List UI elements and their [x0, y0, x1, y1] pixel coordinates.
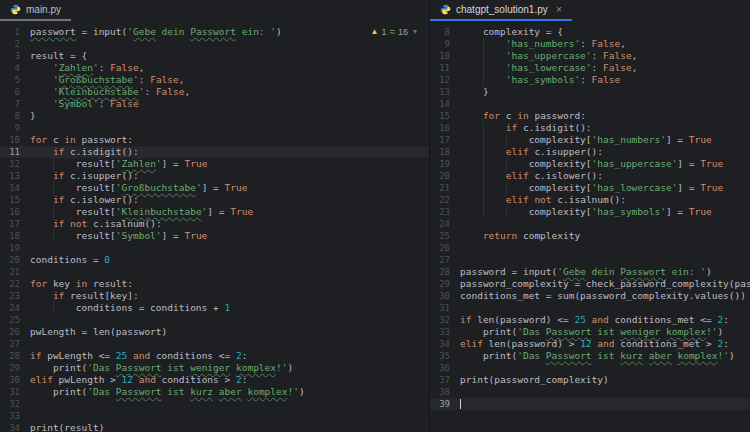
line-number[interactable]: 34 [0, 422, 20, 432]
line-number[interactable]: 31 [430, 302, 450, 314]
line-number[interactable]: 14 [430, 98, 450, 110]
code-line[interactable]: 28if pwLength <= 25 and conditions <= 2: [0, 350, 429, 362]
code-line[interactable]: 33 [0, 410, 429, 422]
line-number[interactable]: 28 [430, 266, 450, 278]
close-icon[interactable]: × [556, 4, 562, 15]
code-line[interactable]: 19 [0, 242, 429, 254]
code-line[interactable]: 11 if c.isdigit(): [0, 146, 429, 158]
line-number[interactable]: 15 [430, 110, 450, 122]
code-line[interactable]: 27 [430, 254, 750, 266]
line-number[interactable]: 31 [0, 386, 20, 398]
code-line[interactable]: 16 if c.isdigit(): [430, 122, 750, 134]
code-line[interactable]: 14 result['Großbuchstabe'] = True [0, 182, 429, 194]
line-number[interactable]: 33 [430, 326, 450, 338]
code-line[interactable]: 2 [0, 38, 429, 50]
line-number[interactable]: 30 [0, 374, 20, 386]
inspections-widget[interactable]: ▲ 1 ≈ 16 ▾ [366, 25, 422, 38]
code-line[interactable]: 8 complexity = { [430, 26, 750, 38]
code-line[interactable]: 21 complexity['has_lowercase'] = True [430, 182, 750, 194]
line-number[interactable]: 6 [0, 86, 20, 98]
line-number[interactable]: 7 [0, 98, 20, 110]
line-number[interactable]: 18 [430, 146, 450, 158]
line-number[interactable]: 16 [430, 122, 450, 134]
line-number[interactable]: 9 [0, 122, 20, 134]
code-line[interactable]: 36 [430, 362, 750, 374]
code-line[interactable]: 10 'has_uppercase': False, [430, 50, 750, 62]
line-number[interactable]: 21 [430, 182, 450, 194]
code-line[interactable]: 9 'has_numbers': False, [430, 38, 750, 50]
code-line[interactable]: 37print(password_complexity) [430, 374, 750, 386]
code-line[interactable]: 10for c in passwort: [0, 134, 429, 146]
line-number[interactable]: 23 [430, 206, 450, 218]
line-number[interactable]: 26 [430, 242, 450, 254]
code-line[interactable]: 21 [0, 266, 429, 278]
code-line[interactable]: 20 elif c.islower(): [430, 170, 750, 182]
line-number[interactable]: 19 [0, 242, 20, 254]
line-number[interactable]: 25 [430, 230, 450, 242]
code-line[interactable]: 25 return complexity [430, 230, 750, 242]
code-line[interactable]: 6 'Kleinbuchstabe': False, [0, 86, 429, 98]
code-line[interactable]: 31 print('Das Passwort ist kurz aber kom… [0, 386, 429, 398]
line-number[interactable]: 4 [0, 62, 20, 74]
code-line[interactable]: 32 [0, 398, 429, 410]
line-number[interactable]: 22 [430, 194, 450, 206]
code-line[interactable]: 33 print('Das Passwort ist weniger kompl… [430, 326, 750, 338]
code-line[interactable]: 18 result['Symbol'] = True [0, 230, 429, 242]
line-number[interactable]: 16 [0, 206, 20, 218]
line-number[interactable]: 13 [0, 170, 20, 182]
line-number[interactable]: 18 [0, 230, 20, 242]
line-number[interactable]: 26 [0, 326, 20, 338]
line-number[interactable]: 37 [430, 374, 450, 386]
line-number[interactable]: 20 [0, 254, 20, 266]
line-number[interactable]: 30 [430, 290, 450, 302]
line-number[interactable]: 32 [430, 314, 450, 326]
code-line[interactable]: 39 [430, 398, 750, 410]
code-line[interactable]: 11 'has_lowercase': False, [430, 62, 750, 74]
code-line[interactable]: 20conditions = 0 [0, 254, 429, 266]
line-number[interactable]: 2 [0, 38, 20, 50]
code-line[interactable]: 29password_complexity = check_password_c… [430, 278, 750, 290]
code-line[interactable]: 30elif pwLength > 12 and conditions > 2: [0, 374, 429, 386]
code-line[interactable]: 16 result['Kleinbuchstabe'] = True [0, 206, 429, 218]
line-number[interactable]: 33 [0, 410, 20, 422]
code-line[interactable]: 9 [0, 122, 429, 134]
code-line[interactable]: 23 if result[key]: [0, 290, 429, 302]
line-number[interactable]: 17 [0, 218, 20, 230]
line-number[interactable]: 11 [0, 146, 20, 158]
line-number[interactable]: 24 [430, 218, 450, 230]
code-line[interactable]: 1passwort = input('Gebe dein Passwort ei… [0, 26, 429, 38]
code-line[interactable]: 35 print('Das Passwort ist kurz aber kom… [430, 350, 750, 362]
code-line[interactable]: 27 [0, 338, 429, 350]
line-number[interactable]: 12 [430, 74, 450, 86]
tab-main-py[interactable]: main.py [0, 0, 71, 21]
code-line[interactable]: 29 print('Das Passwort ist weniger kompl… [0, 362, 429, 374]
code-line[interactable]: 24 conditions = conditions + 1 [0, 302, 429, 314]
line-number[interactable]: 25 [0, 314, 20, 326]
code-editor-chatgpt-solution1-py[interactable]: 8 complexity = {9 'has_numbers': False,1… [430, 22, 750, 432]
line-number[interactable]: 38 [430, 386, 450, 398]
code-line[interactable]: 19 complexity['has_uppercase'] = True [430, 158, 750, 170]
code-line[interactable]: 17 complexity['has_numbers'] = True [430, 134, 750, 146]
line-number[interactable]: 24 [0, 302, 20, 314]
code-line[interactable]: 23 complexity['has_symbols'] = True [430, 206, 750, 218]
line-number[interactable]: 10 [0, 134, 20, 146]
code-line[interactable]: 38 [430, 386, 750, 398]
code-line[interactable]: 12 result['Zahlen'] = True [0, 158, 429, 170]
line-number[interactable]: 11 [430, 62, 450, 74]
code-line[interactable]: 30conditions_met = sum(password_complexi… [430, 290, 750, 302]
code-line[interactable]: 28password = input('Gebe dein Passwort e… [430, 266, 750, 278]
code-line[interactable]: 13 if c.isupper(): [0, 170, 429, 182]
line-number[interactable]: 39 [430, 398, 450, 410]
line-number[interactable]: 13 [430, 86, 450, 98]
line-number[interactable]: 23 [0, 290, 20, 302]
line-number[interactable]: 12 [0, 158, 20, 170]
code-line[interactable]: 4 'Zahlen': False, [0, 62, 429, 74]
line-number[interactable]: 8 [430, 26, 450, 38]
line-number[interactable]: 27 [430, 254, 450, 266]
code-line[interactable]: 15 for c in password: [430, 110, 750, 122]
line-number[interactable]: 29 [0, 362, 20, 374]
line-number[interactable]: 29 [430, 278, 450, 290]
line-number[interactable]: 21 [0, 266, 20, 278]
line-number[interactable]: 28 [0, 350, 20, 362]
line-number[interactable]: 3 [0, 50, 20, 62]
